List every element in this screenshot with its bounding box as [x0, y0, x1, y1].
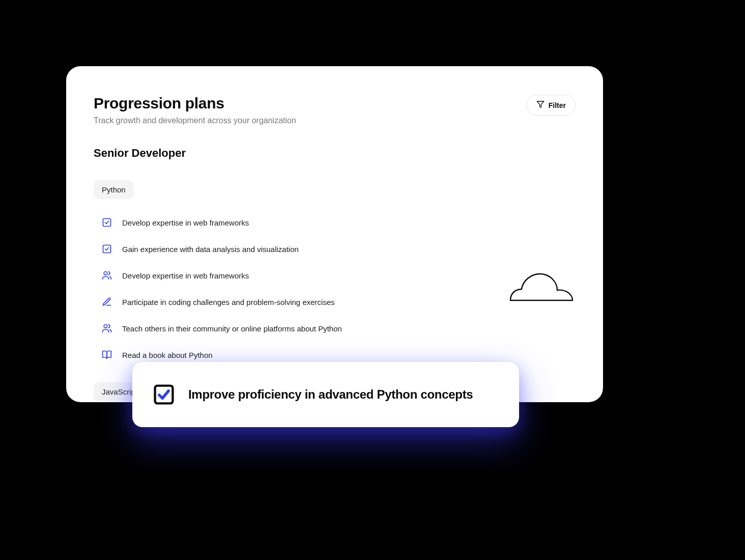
list-item[interactable]: Gain experience with data analysis and v… — [94, 236, 576, 262]
page-subtitle: Track growth and development across your… — [94, 116, 296, 125]
pencil-icon — [101, 296, 113, 308]
checkbox-icon[interactable] — [153, 383, 175, 406]
item-text: Develop expertise in web frameworks — [122, 271, 249, 280]
people-icon — [101, 269, 113, 282]
book-icon — [101, 349, 113, 361]
list-item[interactable]: Participate in coding challenges and pro… — [94, 289, 576, 315]
item-text: Read a book about Python — [122, 351, 213, 359]
checkbox-icon[interactable] — [101, 243, 113, 255]
role-title: Senior Developer — [94, 147, 576, 160]
item-text: Participate in coding challenges and pro… — [122, 298, 335, 306]
filter-label: Filter — [549, 101, 566, 109]
cloud-icon — [508, 273, 575, 303]
svg-point-4 — [104, 325, 107, 328]
item-text: Gain experience with data analysis and v… — [122, 245, 299, 254]
section-tag-python[interactable]: Python — [94, 180, 134, 199]
highlight-popup: Improve proficiency in advanced Python c… — [132, 362, 519, 427]
people-icon — [101, 322, 113, 334]
svg-marker-0 — [537, 101, 543, 107]
popup-text: Improve proficiency in advanced Python c… — [188, 387, 473, 402]
header-row: Progression plans Track growth and devel… — [94, 95, 576, 125]
list-item[interactable]: Develop expertise in web frameworks — [94, 262, 576, 289]
list-item[interactable]: Teach others in their community or onlin… — [94, 315, 576, 342]
svg-rect-2 — [103, 245, 111, 253]
filter-icon — [536, 100, 545, 110]
item-text: Teach others in their community or onlin… — [122, 324, 342, 333]
main-card: Progression plans Track growth and devel… — [66, 66, 603, 402]
item-text: Develop expertise in web frameworks — [122, 218, 249, 227]
header-text: Progression plans Track growth and devel… — [94, 95, 296, 125]
svg-point-3 — [104, 272, 107, 275]
filter-button[interactable]: Filter — [527, 95, 576, 116]
checkbox-icon[interactable] — [101, 216, 113, 229]
list-item[interactable]: Develop expertise in web frameworks — [94, 209, 576, 236]
section-items-python: Develop expertise in web frameworks Gain… — [94, 209, 576, 368]
page-title: Progression plans — [94, 95, 296, 112]
svg-rect-1 — [103, 219, 111, 227]
